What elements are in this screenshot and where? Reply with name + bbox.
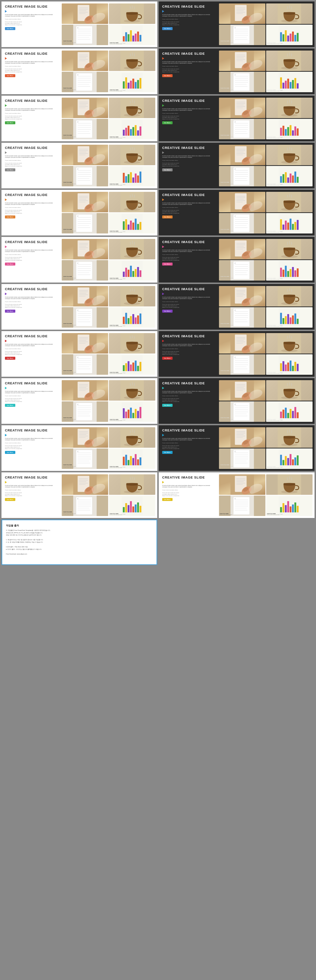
svg-rect-342: [282, 224, 284, 230]
svg-rect-517: [125, 363, 127, 371]
slide-body-text-13: Ut enim ad minim veniam, quis nostrud ex…: [5, 297, 58, 300]
img-cell-coffee-1: [109, 3, 155, 24]
cta-button-15[interactable]: Get More: [5, 357, 15, 360]
slide-label-14: Cit quis nostrud exercitation ullamco: [162, 301, 215, 302]
svg-rect-343: [285, 221, 287, 230]
img-cell-coffee-4: [266, 51, 313, 71]
svg-text:E: E: [235, 356, 236, 358]
svg-rect-346: [292, 224, 294, 230]
slide-right-3: E YOUR TITLE HERE Ut enim ad minim venia…: [61, 49, 157, 94]
svg-rect-99: [130, 81, 132, 89]
svg-rect-62: [282, 34, 284, 41]
svg-rect-383: [139, 270, 142, 277]
svg-rect-661: [135, 454, 137, 466]
cta-button-21[interactable]: Get More: [5, 498, 15, 501]
svg-rect-697: [294, 457, 296, 465]
slide-6: CREATIVE IMAGE SLIDE Ut enim ad minim ve…: [159, 95, 314, 141]
img-cell-notebook-5: E YOUR TITLE HERE Ut enim ad minim venia…: [62, 119, 108, 139]
slide-small-items-20: Ut enim ad minim veniam quis nostrudexer…: [162, 445, 215, 449]
cta-button-7[interactable]: Get More: [5, 169, 15, 171]
cta-button-5[interactable]: Get More: [5, 121, 15, 124]
svg-point-82: [126, 59, 137, 62]
cta-button-1[interactable]: Get More: [5, 27, 15, 30]
svg-rect-551: [280, 363, 282, 371]
cta-button-11[interactable]: Get More: [5, 262, 15, 266]
slide-left-14: CREATIVE IMAGE SLIDE Ut enim ad minim ve…: [159, 284, 218, 329]
slide-label-12: Cit quis nostrud exercitation ullamco: [162, 254, 215, 255]
cta-button-3[interactable]: Get More: [5, 74, 15, 77]
svg-rect-519: [130, 364, 132, 371]
svg-rect-447: [125, 313, 127, 324]
cta-button-13[interactable]: Get More: [5, 310, 15, 313]
cta-button-9[interactable]: Get More: [5, 215, 15, 218]
slide-body-text-15: Ut enim ad minim veniam, quis nostrud ex…: [5, 344, 58, 347]
cta-button-20[interactable]: Get More: [162, 451, 172, 454]
slide-body-text-12: Ut enim ad minim veniam, quis nostrud ex…: [162, 250, 215, 253]
slide-left-7: CREATIVE IMAGE SLIDE Ut enim ad minim ve…: [2, 143, 61, 188]
svg-point-642: [126, 436, 137, 439]
cta-button-21[interactable]: Get More: [162, 498, 172, 501]
slide-title-18: CREATIVE IMAGE SLIDE: [162, 382, 215, 385]
svg-point-327: [284, 200, 295, 203]
svg-rect-558: [297, 364, 299, 371]
cta-button-2[interactable]: Get More: [162, 27, 172, 30]
img-cell-hand-11: [62, 239, 108, 259]
slide-right-17: E YOUR TITLE HERE Ut enim ad minim venia…: [61, 378, 157, 424]
slide-21: CREATIVE IMAGE SLIDE Ut enim ad minim ve…: [2, 473, 157, 518]
cta-button-6[interactable]: Get More: [162, 121, 172, 124]
slide-15: CREATIVE IMAGE SLIDE Ut enim ad minim ve…: [2, 331, 157, 377]
slide-3: CREATIVE IMAGE SLIDE Ut enim ad minim ve…: [2, 49, 157, 94]
cta-button-19[interactable]: Get More: [5, 451, 15, 454]
your-title-2: YOUR TITLE HERE: [220, 40, 264, 42]
slide-small-items-15: Ut enim ad minim veniam quis nostrudexer…: [5, 351, 58, 355]
svg-rect-205: [290, 125, 292, 135]
slide-left-19: CREATIVE IMAGE SLIDE Ut enim ad minim ve…: [2, 425, 61, 471]
img-cell-chart-6: Chart YOUR TITLE HERE Ut enim ad minim v…: [266, 119, 313, 139]
img-cell-chart-3: Chart YOUR TITLE HERE Ut enim ad minim v…: [109, 72, 155, 92]
svg-rect-273: [285, 172, 287, 183]
slide-body-text-2: Ut enim ad minim veniam, quis nostrud ex…: [162, 14, 215, 17]
img-cell-chart-13: Chart YOUR TITLE HERE Ut enim ad minim v…: [109, 307, 155, 328]
img-cell-coffee-11: [109, 239, 155, 259]
cta-button-8[interactable]: Get More: [162, 169, 172, 171]
img-cell-chart-9: Chart YOUR TITLE HERE Ut enim ad minim v…: [109, 213, 155, 234]
svg-rect-275: [290, 173, 292, 183]
cta-button-10[interactable]: Get More: [162, 215, 172, 218]
slide-small-items-3: Ut enim ad minim veniam quis nostrudexer…: [5, 68, 58, 73]
img-cell-chart-19: Chart YOUR TITLE HERE Ut enim ad minim v…: [109, 449, 155, 469]
svg-rect-68: [297, 33, 299, 41]
svg-rect-762: [282, 503, 284, 512]
svg-point-502: [126, 342, 137, 344]
svg-rect-411: [280, 268, 282, 277]
slide-title-21: CREATIVE IMAGE SLIDE: [162, 476, 215, 479]
svg-text:E: E: [77, 27, 78, 29]
svg-point-292: [126, 200, 137, 203]
cta-button-16[interactable]: Get More: [162, 357, 172, 360]
svg-rect-173: [139, 126, 142, 136]
cta-button-12[interactable]: Get More: [162, 262, 172, 266]
slide-body-text-1: Ut enim ad minim veniam, quis nostrud ex…: [5, 14, 58, 17]
img-cell-chart-4: Chart YOUR TITLE HERE Ut enim ad minim v…: [266, 72, 313, 92]
arrow-icon-10: [162, 199, 164, 201]
cta-button-17[interactable]: Get More: [5, 404, 15, 407]
svg-rect-486: [292, 315, 294, 324]
img-cell-notebook-21: E YOUR TITLE HERE Ut enim ad minim venia…: [219, 496, 265, 516]
svg-rect-556: [292, 366, 294, 371]
your-title-18: YOUR TITLE HERE: [220, 417, 264, 418]
slide-small-items-7: Ut enim ad minim veniam quis nostrudexer…: [5, 162, 58, 167]
slide-small-items-21: Ut enim ad minim veniam quis nostrudexer…: [162, 492, 215, 496]
cta-button-14[interactable]: Get More: [162, 310, 172, 313]
cta-button-18[interactable]: Get More: [162, 404, 172, 407]
svg-rect-663: [139, 457, 142, 465]
your-title-19: YOUR TITLE HERE: [63, 464, 107, 466]
slide-small-items-19: Ut enim ad minim veniam quis nostrudexer…: [5, 445, 58, 449]
slide-small-items-6: Ut enim ad minim veniam quis nostrudexer…: [162, 115, 215, 120]
svg-text:E: E: [77, 168, 78, 170]
slide-body-text-20: Ut enim ad minim veniam, quis nostrud ex…: [162, 438, 215, 441]
cta-button-4[interactable]: Get More: [162, 74, 172, 77]
slide-right-12: E YOUR TITLE HERE Ut enim ad minim venia…: [218, 237, 314, 283]
slide-title-9: CREATIVE IMAGE SLIDE: [5, 193, 58, 197]
your-title-17: YOUR TITLE HERE: [63, 417, 107, 418]
img-cell-coffee-19: [109, 427, 155, 448]
svg-rect-170: [132, 127, 134, 135]
